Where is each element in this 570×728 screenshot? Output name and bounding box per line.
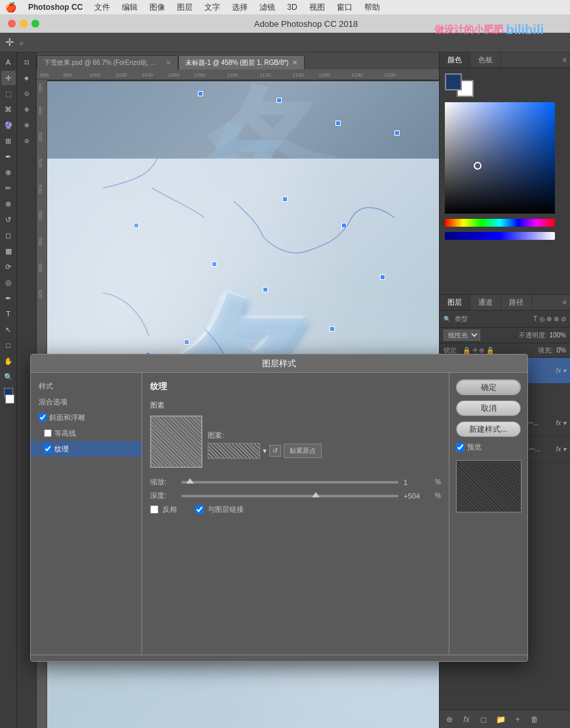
panel-menu-btn[interactable]: ≡ (560, 55, 570, 66)
strip-cp-2[interactable] (276, 98, 282, 103)
tab-channels[interactable]: 通道 (470, 295, 501, 310)
strip-cp-4[interactable] (394, 130, 400, 136)
link-checkbox[interactable] (195, 505, 204, 514)
menu-filter[interactable]: 滤镜 (254, 1, 280, 14)
tool-history[interactable]: ↺ (1, 212, 16, 227)
opacity-value[interactable]: 100% (549, 332, 566, 339)
sec-tool-4[interactable]: ⊕ (20, 102, 34, 117)
tool-blur[interactable]: ⟳ (1, 259, 16, 274)
layer-mask-btn[interactable]: ◻ (478, 714, 489, 725)
lock-icons[interactable]: 🔒 ✛ ⊕ 🔒 (463, 347, 494, 354)
layer-group-btn[interactable]: 📁 (495, 714, 506, 725)
menu-image[interactable]: 图像 (144, 1, 170, 14)
tool-gradient[interactable]: ▦ (1, 244, 16, 258)
tab-layers[interactable]: 图层 (440, 295, 470, 310)
layer-new-btn[interactable]: + (512, 714, 523, 725)
control-point-1[interactable] (212, 261, 217, 267)
tool-move[interactable]: ✛ (1, 71, 16, 85)
menu-3d[interactable]: 3D (282, 1, 302, 13)
app-name[interactable]: Photoshop CC (23, 1, 88, 13)
control-point-2[interactable] (282, 197, 288, 202)
menu-layer[interactable]: 图层 (172, 1, 198, 14)
control-point-5[interactable] (330, 326, 335, 332)
new-style-button[interactable]: 新建样式... (456, 421, 521, 437)
move-tool[interactable]: ✛ (5, 36, 14, 48)
menu-view[interactable]: 视图 (304, 1, 330, 14)
hue-slider[interactable] (445, 219, 555, 227)
tool-clone[interactable]: ⊗ (1, 197, 16, 211)
tool-hand[interactable]: ✋ (1, 354, 16, 368)
tab-snow-effect[interactable]: 下雪效果.psd @ 66.7% (ForEnzo组, 高清, 背景, 底纹..… (37, 55, 178, 69)
strip-cp-3[interactable] (335, 121, 341, 126)
tool-lasso[interactable]: ⌘ (1, 102, 16, 117)
pattern-dropdown-arrow[interactable]: ▾ (263, 446, 267, 455)
cancel-button[interactable]: 取消 (456, 400, 521, 416)
tool-dodge[interactable]: ◎ (1, 275, 16, 290)
tool-ai[interactable]: A (1, 55, 16, 69)
fill-value[interactable]: 0% (557, 347, 566, 354)
minimize-button[interactable] (20, 20, 28, 28)
color-spectrum[interactable] (445, 102, 555, 214)
strip-cp-1[interactable] (198, 91, 203, 96)
ok-button[interactable]: 确定 (456, 379, 521, 395)
pattern-thumbnail[interactable] (208, 443, 260, 459)
layer-fx-btn[interactable]: fx (461, 714, 472, 725)
depth-thumb[interactable] (312, 492, 320, 497)
nav-styles[interactable]: 样式 (31, 378, 142, 394)
texture-checkbox[interactable] (44, 445, 52, 453)
blend-mode-select[interactable]: 线性光 (444, 330, 480, 341)
tool-pen[interactable]: ✒ (1, 291, 16, 305)
tool-crop[interactable]: ⊞ (1, 134, 16, 148)
control-point-13[interactable] (134, 223, 139, 228)
nav-contour[interactable]: 等高线 (31, 425, 142, 441)
sec-tool-3[interactable]: ⊙ (20, 86, 34, 101)
control-point-4[interactable] (380, 275, 385, 280)
brightness-slider[interactable] (445, 232, 555, 240)
sec-tool-5[interactable]: ⊗ (20, 118, 34, 132)
close-button[interactable] (8, 20, 16, 28)
nav-blending[interactable]: 混合选项 (31, 394, 142, 410)
contour-checkbox[interactable] (44, 429, 52, 437)
menu-file[interactable]: 文件 (89, 1, 115, 14)
tool-eraser[interactable]: ◻ (1, 228, 16, 242)
tab-snow-close[interactable]: ✕ (166, 59, 171, 66)
layers-menu-btn[interactable]: ≡ (560, 297, 570, 308)
menu-help[interactable]: 帮助 (359, 1, 385, 14)
nav-bevel[interactable]: 斜面和浮雕 (31, 410, 142, 425)
tool-shape[interactable]: □ (1, 338, 16, 353)
tab-untitled[interactable]: 未标题-1 @ 458% (图层 1, RGB/8*) ✕ (178, 55, 305, 69)
pattern-refresh-btn[interactable]: ↺ (269, 445, 281, 457)
tool-healing[interactable]: ⊕ (1, 165, 16, 180)
tool-eyedropper[interactable]: ✒ (1, 149, 16, 164)
tool-brush[interactable]: ✏ (1, 181, 16, 195)
layer-link-btn[interactable]: ⊕ (444, 714, 455, 725)
reverse-checkbox[interactable] (150, 505, 159, 514)
depth-slider[interactable] (181, 495, 398, 497)
scale-thumb[interactable] (186, 478, 194, 484)
control-point-9[interactable] (184, 339, 189, 345)
maximize-button[interactable] (31, 20, 39, 28)
control-point-3[interactable] (341, 223, 347, 228)
apple-menu[interactable]: 🍎 (5, 2, 16, 12)
menu-text[interactable]: 文字 (199, 1, 225, 14)
layer-delete-btn[interactable]: 🗑 (529, 714, 541, 725)
tool-zoom[interactable]: 🔍 (1, 370, 16, 384)
bevel-checkbox[interactable] (39, 413, 47, 421)
sec-tool-2[interactable]: ◈ (20, 71, 34, 85)
snap-to-origin-btn[interactable]: 贴紧原点 (284, 444, 322, 458)
background-color-swatch[interactable] (5, 394, 14, 404)
scale-slider[interactable] (181, 481, 398, 484)
tab-paths[interactable]: 路径 (501, 295, 532, 310)
menu-select[interactable]: 选择 (227, 1, 253, 14)
tab-swatches[interactable]: 色板 (470, 52, 501, 67)
tool-text[interactable]: T (1, 307, 16, 321)
control-point-8[interactable] (263, 287, 268, 292)
menu-window[interactable]: 窗口 (332, 1, 358, 14)
tab-untitled-close[interactable]: ✕ (292, 59, 297, 66)
nav-texture[interactable]: 纹理 (31, 441, 142, 457)
tab-color[interactable]: 颜色 (440, 52, 470, 67)
tool-magic-wand[interactable]: 🔮 (1, 118, 16, 132)
menu-edit[interactable]: 编辑 (117, 1, 143, 14)
tool-marquee[interactable]: ⬚ (1, 86, 16, 101)
tool-path-select[interactable]: ↖ (1, 322, 16, 337)
